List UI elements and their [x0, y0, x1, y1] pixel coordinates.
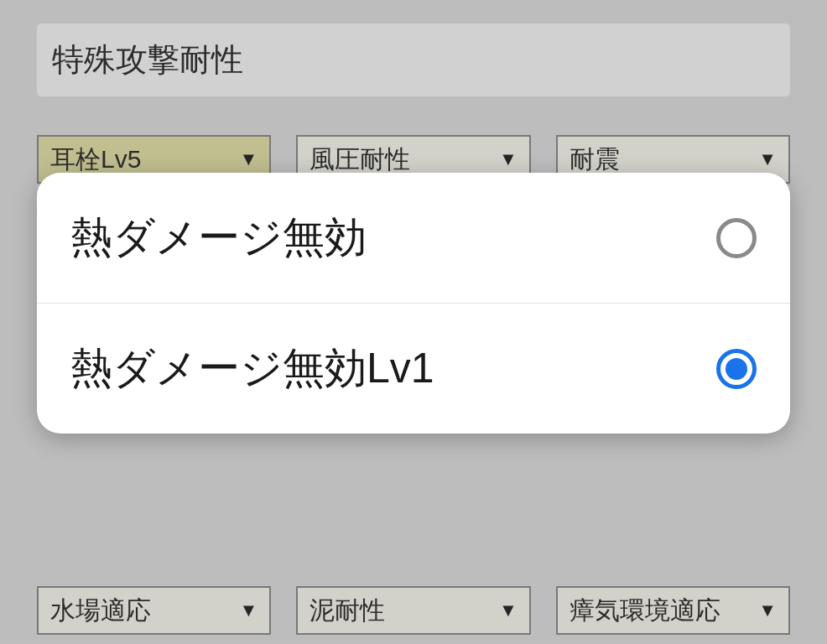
- radio-checked-icon: [716, 349, 757, 389]
- page-root: 特殊攻撃耐性 耳栓Lv5 ▼ 風圧耐性 ▼ 耐震 ▼ 水場適応 ▼ 泥耐性 ▼ …: [0, 0, 827, 644]
- option-modal: 熱ダメージ無効 熱ダメージ無効Lv1: [37, 173, 790, 434]
- option-heat-damage-none[interactable]: 熱ダメージ無効: [37, 173, 790, 303]
- option-label: 熱ダメージ無効Lv1: [70, 340, 434, 397]
- option-heat-damage-lv1[interactable]: 熱ダメージ無効Lv1: [37, 303, 790, 434]
- option-label: 熱ダメージ無効: [70, 210, 367, 266]
- radio-unchecked-icon: [716, 218, 757, 258]
